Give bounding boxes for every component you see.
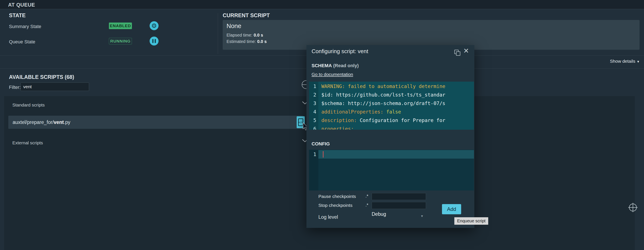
show-details-label: Show details bbox=[610, 59, 635, 64]
config-code bbox=[318, 150, 474, 190]
schema-code-line: description: Configuration for Prepare f… bbox=[321, 116, 474, 125]
log-level-value: Debug bbox=[372, 211, 386, 217]
script-path-prefix: auxtel/prepare_for/ bbox=[12, 120, 54, 125]
show-details-toggle[interactable]: Show details▼ bbox=[610, 59, 640, 64]
log-level-label: Log level bbox=[318, 214, 338, 220]
crosshair-target-icon[interactable] bbox=[628, 202, 638, 213]
elapsed-time-value: 0.0 s bbox=[254, 33, 263, 37]
script-path: auxtel/prepare_for/vent.py bbox=[12, 120, 70, 125]
state-section-title: STATE bbox=[9, 12, 26, 18]
external-scripts-group-label: External scripts bbox=[12, 140, 43, 145]
schema-gutter: 123456 bbox=[309, 82, 318, 130]
chevron-down-icon: ▼ bbox=[636, 60, 640, 63]
estimated-time-row: Estimated time:0.0 s bbox=[226, 39, 266, 44]
enqueue-script-tooltip: Enqueue script bbox=[454, 217, 488, 225]
schema-code-line: $schema: http://json-schema.org/draft-07… bbox=[321, 99, 474, 108]
pause-checkpoints-input[interactable] bbox=[372, 193, 426, 200]
available-scripts-title: AVAILABLE SCRIPTS (68) bbox=[9, 74, 74, 80]
page-title: AT QUEUE bbox=[8, 2, 35, 8]
copy-icon[interactable] bbox=[454, 50, 460, 56]
schema-readonly-note: (Read only) bbox=[333, 63, 359, 68]
schema-code-line: $id: https://github.com/lsst-ts/ts_stand… bbox=[321, 91, 474, 99]
config-editor[interactable]: 1 bbox=[309, 150, 474, 190]
documentation-link[interactable]: Go to documentation bbox=[312, 72, 353, 77]
script-path-suffix: .py bbox=[64, 120, 70, 125]
schema-code: WARNING: failed to automatically determi… bbox=[318, 82, 474, 130]
configure-script-modal: Configuring script: vent ✕ SCHEMA (Read … bbox=[306, 45, 474, 228]
elapsed-time-row: Elapsed time:0.0 s bbox=[226, 33, 263, 38]
text-cursor bbox=[323, 151, 324, 157]
filter-label: Filter: bbox=[9, 85, 21, 90]
config-gutter: 1 bbox=[309, 150, 318, 190]
estimated-time-value: 0.0 s bbox=[257, 39, 266, 44]
current-script-name: None bbox=[226, 22, 241, 29]
close-icon[interactable]: ✕ bbox=[463, 47, 469, 55]
queue-state-label: Queue State bbox=[9, 39, 36, 45]
gear-icon: ⚙ bbox=[151, 23, 157, 29]
script-path-highlight: vent bbox=[54, 120, 64, 125]
schema-heading: SCHEMA (Read only) bbox=[312, 63, 359, 68]
summary-state-badge: ENABLED bbox=[109, 22, 132, 29]
config-heading: CONFIG bbox=[312, 141, 330, 147]
pause-regex-hint: .* bbox=[366, 194, 368, 199]
stop-checkpoints-label: Stop checkpoints bbox=[318, 203, 352, 208]
schema-title: SCHEMA bbox=[312, 63, 332, 68]
pause-queue-button[interactable] bbox=[150, 37, 158, 45]
schema-code-line: additionalProperties: false bbox=[321, 108, 474, 116]
stop-checkpoints-input[interactable] bbox=[372, 202, 426, 209]
pause-checkpoints-label: Pause checkpoints bbox=[318, 194, 356, 199]
config-active-line bbox=[318, 150, 474, 159]
add-button[interactable]: Add bbox=[442, 204, 461, 214]
chevron-down-icon: ▾ bbox=[421, 214, 423, 218]
schema-code-line: WARNING: failed to automatically determi… bbox=[321, 82, 474, 91]
at-queue-page: AT QUEUE STATE Summary State ENABLED ⚙ Q… bbox=[0, 0, 644, 250]
schema-code-line: properties: bbox=[321, 125, 474, 130]
modal-title: Configuring script: vent bbox=[312, 48, 368, 55]
estimated-time-label: Estimated time: bbox=[226, 39, 256, 44]
filter-input[interactable] bbox=[20, 83, 89, 91]
vertical-divider bbox=[218, 13, 218, 54]
summary-state-label: Summary State bbox=[9, 24, 41, 29]
summary-state-command-button[interactable]: ⚙ bbox=[150, 21, 158, 30]
log-level-select[interactable]: Debug ▾ bbox=[372, 211, 425, 217]
schema-editor[interactable]: 123456 WARNING: failed to automatically … bbox=[309, 82, 474, 130]
stop-regex-hint: .* bbox=[366, 203, 368, 208]
queue-state-badge: RUNNING bbox=[109, 38, 132, 44]
elapsed-time-label: Elapsed time: bbox=[226, 33, 252, 37]
pause-icon bbox=[152, 39, 156, 43]
script-row[interactable]: auxtel/prepare_for/vent.py </> bbox=[8, 116, 303, 129]
top-bar: AT QUEUE bbox=[0, 0, 644, 9]
standard-scripts-group-label: Standard scripts bbox=[12, 103, 45, 108]
current-script-title: CURRENT SCRIPT bbox=[223, 12, 270, 18]
